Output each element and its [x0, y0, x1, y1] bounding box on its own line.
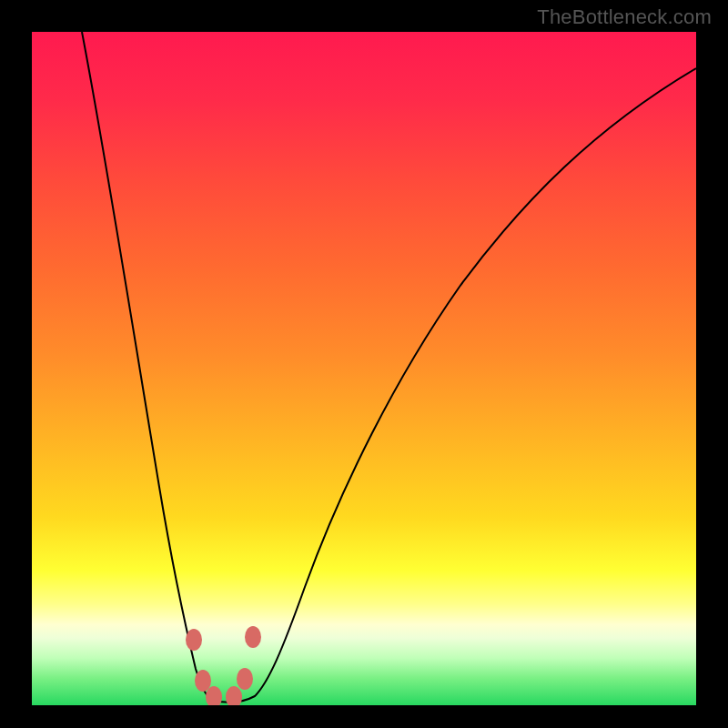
valley-dot [226, 686, 242, 705]
chart-container: TheBottleneck.com [0, 0, 728, 728]
plot-area [32, 32, 696, 705]
valley-dot [245, 626, 261, 648]
valley-dot [186, 629, 202, 651]
valley-dot [206, 686, 222, 705]
watermark-text: TheBottleneck.com [537, 5, 712, 29]
valley-dot [237, 668, 253, 690]
bottleneck-curve [32, 32, 696, 705]
